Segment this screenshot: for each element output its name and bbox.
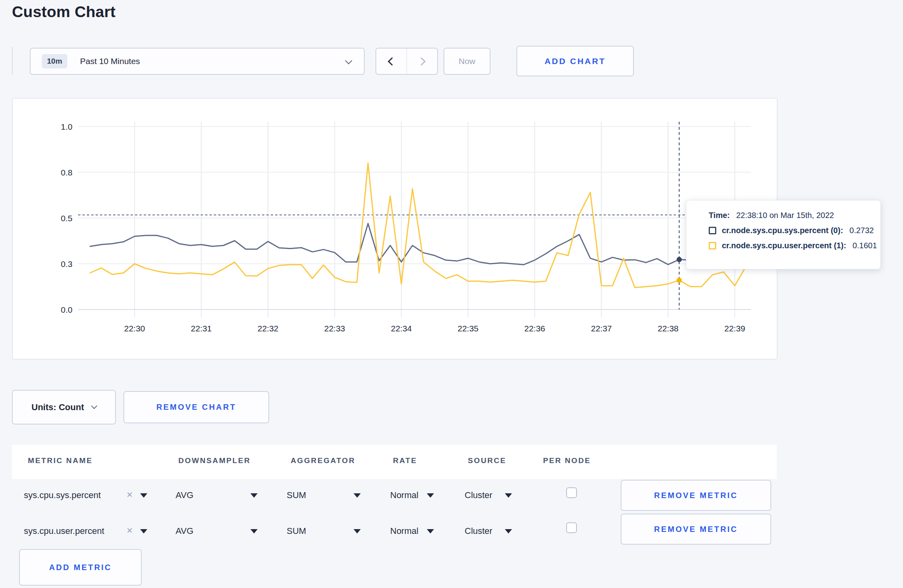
remove-metric-x-icon[interactable]: × xyxy=(127,489,133,500)
page-title: Custom Chart xyxy=(12,3,115,21)
per-node-checkbox[interactable] xyxy=(566,522,577,533)
downsampler-caret-icon[interactable] xyxy=(250,493,258,498)
range-next-button[interactable] xyxy=(407,49,437,74)
source-select[interactable]: Cluster xyxy=(465,526,493,536)
downsampler-caret-icon[interactable] xyxy=(250,529,258,533)
tooltip-series-row: cr.node.sys.cpu.sys.percent (0): 0.2732 xyxy=(709,226,871,235)
metric-name-value[interactable]: sys.cpu.user.percent xyxy=(24,526,104,536)
rate-caret-icon[interactable] xyxy=(427,529,434,533)
chevron-right-icon xyxy=(417,57,426,65)
chevron-down-icon xyxy=(345,57,352,64)
per-node-checkbox[interactable] xyxy=(566,487,577,498)
rate-caret-icon[interactable] xyxy=(427,493,434,498)
remove-chart-button[interactable]: REMOVE CHART xyxy=(123,391,269,423)
time-range-select[interactable]: 10m Past 10 Minutes xyxy=(30,48,365,75)
chevron-down-icon xyxy=(91,403,98,409)
range-prev-button[interactable] xyxy=(376,49,407,74)
column-header-rate: RATE xyxy=(393,456,417,465)
tooltip-series-value: 0.2732 xyxy=(850,226,874,235)
chevron-left-icon xyxy=(388,57,396,65)
column-header-aggregator: AGGREGATOR xyxy=(291,456,356,465)
add-metric-button[interactable]: ADD METRIC xyxy=(19,549,142,586)
toolbar-divider xyxy=(12,47,13,75)
source-select[interactable]: Cluster xyxy=(465,490,493,500)
metric-name-caret-icon[interactable] xyxy=(140,529,147,533)
now-button[interactable]: Now xyxy=(444,48,491,75)
units-select[interactable]: Units: Count xyxy=(12,390,116,424)
rate-select[interactable]: Normal xyxy=(390,526,418,536)
series-swatch-icon xyxy=(709,242,716,249)
aggregator-caret-icon[interactable] xyxy=(354,493,361,498)
rate-select[interactable]: Normal xyxy=(390,490,418,500)
time-range-pager xyxy=(375,48,438,75)
tooltip-time-label: Time: xyxy=(709,211,730,220)
column-header-metric-name: METRIC NAME xyxy=(28,456,93,465)
tooltip-series-row: cr.node.sys.cpu.user.percent (1): 0.1601 xyxy=(709,241,871,250)
chart-card xyxy=(12,98,778,360)
time-range-badge: 10m xyxy=(42,54,67,68)
tooltip-time-row: Time: 22:38:10 on Mar 15th, 2022 xyxy=(709,211,871,220)
aggregator-select[interactable]: SUM xyxy=(287,526,306,536)
column-header-downsampler: DOWNSAMPLER xyxy=(178,456,251,465)
metric-name-value[interactable]: sys.cpu.sys.percent xyxy=(24,490,101,500)
aggregator-select[interactable]: SUM xyxy=(287,490,306,500)
metric-name-caret-icon[interactable] xyxy=(140,493,147,498)
tooltip-series-value: 0.1601 xyxy=(852,241,877,250)
tooltip-series-label: cr.node.sys.cpu.sys.percent (0): xyxy=(722,226,843,235)
downsampler-select[interactable]: AVG xyxy=(176,490,194,500)
remove-metric-button[interactable]: REMOVE METRIC xyxy=(621,480,771,511)
aggregator-caret-icon[interactable] xyxy=(354,529,361,533)
custom-chart-page: Custom Chart 10m Past 10 Minutes Now ADD… xyxy=(0,0,903,588)
series-swatch-icon xyxy=(709,227,716,234)
remove-metric-x-icon[interactable]: × xyxy=(127,525,133,535)
time-range-label: Past 10 Minutes xyxy=(80,56,140,66)
remove-metric-button[interactable]: REMOVE METRIC xyxy=(621,514,771,545)
source-caret-icon[interactable] xyxy=(505,493,512,498)
column-header-per-node: PER NODE xyxy=(543,456,591,465)
column-header-source: SOURCE xyxy=(468,456,506,465)
chart-tooltip: Time: 22:38:10 on Mar 15th, 2022 cr.node… xyxy=(686,200,881,269)
metrics-table-header: METRIC NAME DOWNSAMPLER AGGREGATOR RATE … xyxy=(12,445,777,479)
add-chart-button[interactable]: ADD CHART xyxy=(516,46,634,76)
source-caret-icon[interactable] xyxy=(505,529,512,533)
downsampler-select[interactable]: AVG xyxy=(176,526,194,536)
tooltip-time-value: 22:38:10 on Mar 15th, 2022 xyxy=(736,211,834,220)
tooltip-series-label: cr.node.sys.cpu.user.percent (1): xyxy=(722,241,846,250)
